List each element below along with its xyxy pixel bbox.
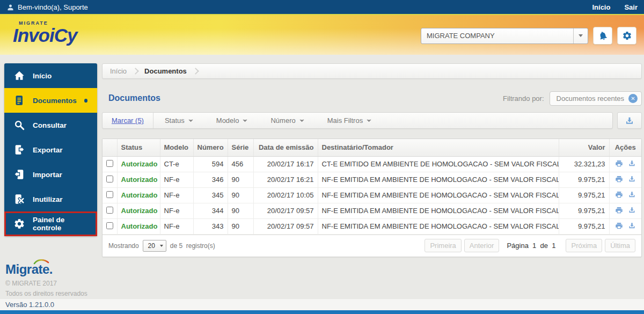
topbar-link-sair[interactable]: Sair [624, 3, 638, 11]
export-download-button[interactable] [617, 112, 642, 129]
registros-label: de 5 registro(s) [170, 242, 215, 250]
sidebar-item-inicio[interactable]: Início [4, 63, 97, 88]
breadcrumb-item[interactable]: Documentos [139, 67, 192, 75]
app-header: MIGRATE InvoiCy MIGRATE COMPANY [0, 14, 644, 55]
chevron-down-icon [366, 118, 372, 123]
dropdown-arrow-icon [160, 245, 163, 249]
print-icon[interactable] [615, 159, 623, 167]
mostrando-label: Mostrando [108, 242, 139, 250]
sidebar-item-label: Documentos [33, 97, 77, 105]
table-row: Autorizado NF-e 346 90 20/02/17 16:21 NF… [103, 172, 641, 187]
filter-row: Marcar (5) Status Modelo Número Mais Fil… [102, 112, 642, 129]
cell-numero: 344 [193, 203, 228, 218]
brand-logo: MIGRATE InvoiCy [13, 20, 77, 45]
download-icon[interactable] [628, 222, 636, 230]
sidebar-item-label: Exportar [33, 146, 63, 154]
cell-modelo: NF-e [160, 203, 193, 218]
table-header-cell: Número [193, 139, 228, 156]
table-row: Autorizado NF-e 344 90 20/02/17 09:57 NF… [103, 203, 641, 218]
sidebar-item-consultar[interactable]: Consultar [4, 113, 97, 137]
sidebar-item-icon [13, 119, 25, 131]
cell-valor: 9.975,21 [559, 218, 609, 234]
sidebar-item-icon [13, 94, 25, 106]
marcar-link[interactable]: Marcar (5) [103, 116, 153, 125]
cell-data-emissao: 20/02/17 09:57 [253, 218, 318, 234]
cell-numero: 343 [193, 218, 228, 234]
pagination-last-button[interactable]: Última [605, 239, 635, 252]
row-checkbox[interactable] [106, 191, 113, 198]
sidebar-item-painel-de-controle[interactable]: Painel de controle [4, 211, 97, 236]
filter-dropdown-mais-filtros[interactable]: Mais Filtros [316, 116, 383, 125]
table-row: Autorizado CT-e 594 456 20/02/17 16:17 C… [103, 156, 641, 172]
cell-modelo: CT-e [160, 156, 193, 172]
sidebar-item-exportar[interactable]: Exportar [4, 137, 97, 162]
user-icon [6, 3, 14, 11]
brand-invoicy-text: InvoiCy [13, 26, 77, 45]
chevron-down-icon [188, 118, 194, 123]
download-icon[interactable] [628, 175, 636, 183]
print-icon[interactable] [615, 222, 623, 230]
cell-valor: 32.321,23 [559, 156, 609, 172]
row-checkbox[interactable] [106, 160, 113, 167]
sidebar-item-label: Consultar [33, 121, 67, 129]
cell-data-emissao: 20/02/17 09:57 [253, 203, 318, 218]
row-checkbox[interactable] [106, 207, 113, 214]
table-header-cell: Data de emissão [253, 139, 318, 156]
sidebar-item-inutilizar[interactable]: Inutilizar [4, 187, 97, 211]
print-icon[interactable] [615, 191, 623, 199]
cell-status: Autorizado [117, 203, 160, 218]
breadcrumb-chevron-icon [192, 68, 199, 75]
cell-serie: 90 [228, 172, 253, 187]
cell-status: Autorizado [117, 218, 160, 234]
company-select-value: MIGRATE COMPANY [421, 32, 573, 40]
print-icon[interactable] [615, 175, 623, 183]
filter-dropdown-status[interactable]: Status [153, 116, 205, 125]
download-icon[interactable] [628, 206, 636, 214]
company-select[interactable]: MIGRATE COMPANY [421, 28, 588, 44]
notifications-button[interactable] [593, 27, 612, 45]
breadcrumb-item[interactable]: Início [105, 67, 132, 75]
migrate-swoosh-icon [33, 258, 49, 265]
filter-dropdown-numero[interactable]: Número [259, 116, 316, 125]
download-icon [625, 116, 634, 126]
unread-dot-icon [84, 99, 87, 103]
cell-serie: 456 [228, 156, 253, 172]
cell-valor: 9.975,21 [559, 172, 609, 187]
download-icon[interactable] [628, 159, 636, 167]
sidebar-item-importar[interactable]: Importar [4, 162, 97, 187]
download-icon[interactable] [628, 191, 636, 199]
sidebar-item-label: Início [33, 72, 52, 80]
cell-serie: 90 [228, 203, 253, 218]
pagination-page-text: Página 1 de 1 [507, 242, 555, 250]
top-bar: Bem-vindo(a), Suporte Início Sair [0, 0, 644, 14]
page-size-select[interactable]: 20 [143, 240, 166, 252]
cell-destinatario: NF-E EMITIDA EM AMBIENTE DE HOMOLOGACAO … [318, 218, 559, 234]
pagination-first-button[interactable]: Primeira [425, 239, 461, 252]
table-header-cell: Ações [609, 139, 641, 156]
cell-data-emissao: 20/02/17 16:21 [253, 172, 318, 187]
bell-icon [596, 30, 609, 42]
topbar-link-inicio[interactable]: Início [592, 3, 610, 11]
filter-dropdown-modelo[interactable]: Modelo [205, 116, 260, 125]
sidebar-item-documentos[interactable]: Documentos [4, 88, 97, 113]
row-checkbox[interactable] [106, 222, 113, 229]
filter-chip-label: Documentos recentes [557, 94, 624, 103]
version-text: Versão 1.21.0.0 [5, 299, 644, 310]
sidebar-item-icon [13, 218, 25, 230]
chevron-down-icon [242, 118, 248, 123]
cell-data-emissao: 20/02/17 10:05 [253, 187, 318, 203]
pagination-prev-button[interactable]: Anterior [464, 239, 500, 252]
settings-button[interactable] [617, 27, 636, 45]
cell-status: Autorizado [117, 156, 160, 172]
row-checkbox[interactable] [106, 176, 113, 182]
site-footer: Migrate. © MIGRATE 2017 Todos os direito… [5, 262, 87, 297]
pagination-next-button[interactable]: Próxima [566, 239, 602, 252]
print-icon[interactable] [615, 206, 623, 214]
documents-panel: Status Modelo Número Série Data de emiss… [102, 138, 642, 257]
welcome-text: Bem-vindo(a), Suporte [18, 3, 88, 11]
rights-text: Todos os direitos reservados [5, 290, 87, 297]
cell-numero: 346 [193, 172, 228, 187]
chip-close-icon[interactable]: ✕ [628, 94, 638, 103]
table-header-cell: Série [228, 139, 253, 156]
table-header-cell: Destinatário/Tomador [318, 139, 559, 156]
